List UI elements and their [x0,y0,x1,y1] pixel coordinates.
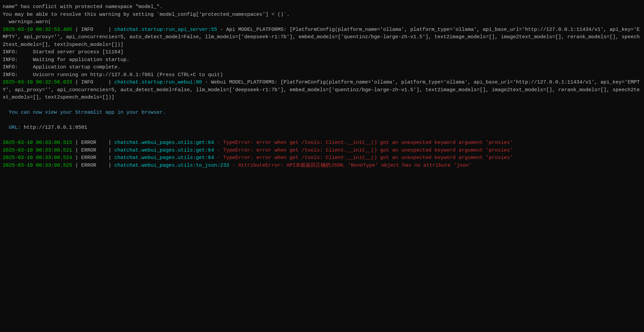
terminal-segment: INFO: Uvicorn running on http://127.0.0.… [3,72,223,78]
terminal-segment: | ERROR | [72,140,114,146]
terminal-line: You may be able to resolve this warning … [3,11,641,19]
terminal-line: warnings.warn( [3,18,641,26]
terminal-segment: - AttributeError: API未能返回正确的JSON。'NoneTy… [229,163,472,168]
terminal-segment: 2025-03-10 00:33:00.525 [3,163,72,168]
terminal-segment: | ERROR | [72,155,114,161]
terminal-segment: INFO: Started server process [11164] [3,49,123,55]
terminal-line: 2025-03-10 00:32:53.405 | INFO | chatcha… [3,26,641,49]
terminal-segment: - TypeError: error when get /tools: Clie… [214,155,513,161]
terminal-line: URL: http://127.0.0.1:8501 [3,124,641,132]
terminal-line: INFO: Waiting for application startup. [3,56,641,64]
terminal-segment: | ERROR | [72,148,114,153]
terminal-segment: warnings.warn( [3,19,51,25]
terminal-segment: chatchat.webui_pages.utils:get:64 [114,140,214,146]
terminal-line: INFO: Uvicorn running on http://127.0.0.… [3,71,641,79]
terminal-segment: chatchat.startup:run_api_server:55 [114,27,217,33]
terminal-segment: INFO: Application startup complete. [3,64,120,70]
terminal-segment: You may be able to resolve this warning … [3,12,289,17]
terminal-line: 2025-03-10 00:33:00.524 | ERROR | chatch… [3,154,641,162]
terminal-segment: - TypeError: error when get /tools: Clie… [214,148,513,153]
blank-line [3,117,641,124]
terminal-segment: - TypeError: error when get /tools: Clie… [214,140,513,146]
terminal-line: 2025-03-10 00:33:00.525 | ERROR | chatch… [3,162,641,170]
terminal-segment: 2025-03-10 00:33:00.524 [3,155,72,161]
terminal-segment: 2025-03-10 00:33:00.515 [3,140,72,146]
blank-line [3,102,641,109]
terminal-line: You can now view your Streamlit app in y… [3,109,641,117]
terminal-segment: 2025-03-10 00:32:53.405 [3,27,72,33]
terminal-segment: 2025-03-10 00:32:56.633 [3,79,72,85]
terminal-line: INFO: Started server process [11164] [3,49,641,56]
terminal-line: 2025-03-10 00:33:00.521 | ERROR | chatch… [3,147,641,155]
terminal-segment: URL: [3,125,24,130]
terminal-segment: chatchat.webui_pages.utils:to_json:233 [114,163,229,168]
terminal-segment: chatchat.webui_pages.utils:get:64 [114,155,214,161]
terminal-segment: 2025-03-10 00:33:00.521 [3,148,72,153]
terminal-segment: chatchat.startup:run_webui:80 [114,79,202,85]
terminal-segment: | INFO | [72,27,114,33]
terminal-segment: | ERROR | [72,163,114,168]
terminal-output: name" has conflict with protected namesp… [1,3,643,169]
terminal-line: 2025-03-10 00:32:56.633 | INFO | chatcha… [3,79,641,102]
terminal-line: 2025-03-10 00:33:00.515 | ERROR | chatch… [3,139,641,147]
terminal-segment: INFO: Waiting for application startup. [3,57,129,63]
terminal-segment: You can now view your Streamlit app in y… [3,110,166,115]
terminal-segment: | INFO | [72,79,114,85]
terminal-segment: http://127.0.0.1:8501 [24,125,87,130]
terminal-line: INFO: Application startup complete. [3,64,641,71]
terminal-segment: chatchat.webui_pages.utils:get:64 [114,148,214,153]
terminal-segment: name" has conflict with protected namesp… [3,4,163,10]
blank-line [3,132,641,140]
terminal-line: name" has conflict with protected namesp… [3,3,641,11]
